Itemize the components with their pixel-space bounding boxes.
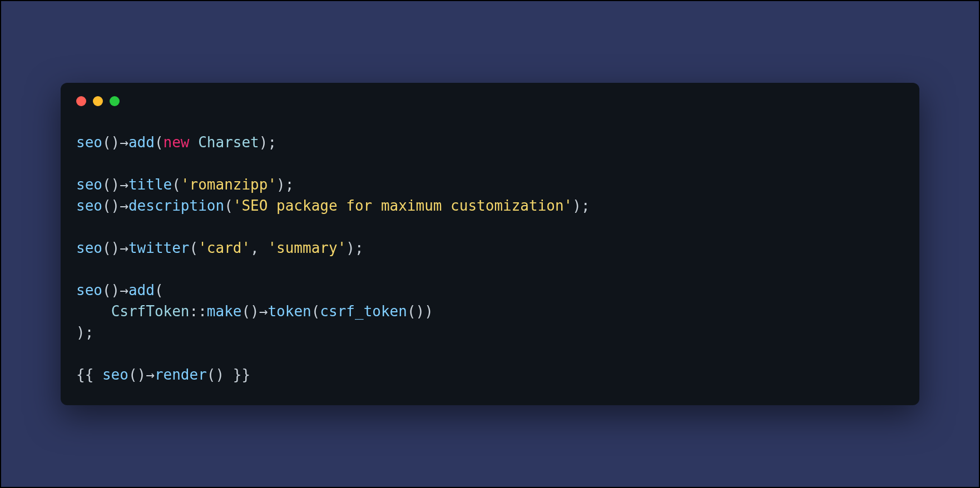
arrow-operator: ()→ xyxy=(128,366,155,383)
arrow-operator: ()→ xyxy=(102,240,128,256)
code-line: seo()→twitter('card', 'summary'); xyxy=(76,240,364,256)
keyword-new: new xyxy=(164,134,190,151)
comma: , xyxy=(250,240,268,256)
fn-make: make xyxy=(207,303,242,320)
paren-open: ( xyxy=(155,134,164,151)
class-charset: Charset xyxy=(198,134,259,151)
fn-add: add xyxy=(128,282,155,298)
blade-close: }} xyxy=(224,366,250,383)
string-literal: 'SEO package for maximum customization' xyxy=(233,197,572,214)
paren-open: ( xyxy=(172,176,181,193)
paren-open: ( xyxy=(224,197,233,214)
fn-csrf-token: csrf_token xyxy=(320,303,407,320)
code-block: seo()→add(new Charset); seo()→title('rom… xyxy=(76,132,904,385)
arrow-operator: ()→ xyxy=(102,176,128,193)
minimize-icon[interactable] xyxy=(93,96,103,106)
fn-seo: seo xyxy=(76,197,102,214)
fn-seo: seo xyxy=(76,134,102,151)
indent xyxy=(76,303,111,320)
fn-add: add xyxy=(128,134,155,151)
fn-seo: seo xyxy=(76,240,102,256)
code-line: {{ seo()→render() }} xyxy=(76,366,250,383)
code-line: ); xyxy=(76,324,93,341)
parens: () xyxy=(207,366,224,383)
fn-token: token xyxy=(268,303,311,320)
code-line: CsrfToken::make()→token(csrf_token()) xyxy=(76,303,433,320)
arrow-operator: ()→ xyxy=(241,303,268,320)
arrow-operator: ()→ xyxy=(102,282,128,298)
fn-seo: seo xyxy=(76,282,102,298)
fn-title: title xyxy=(128,176,172,193)
string-literal: 'card' xyxy=(198,240,250,256)
paren-open: ( xyxy=(190,240,199,256)
string-literal: 'summary' xyxy=(268,240,346,256)
code-line: seo()→add( xyxy=(76,282,164,298)
double-colon: :: xyxy=(190,303,207,320)
paren-close: ); xyxy=(76,324,93,341)
string-literal: 'romanzipp' xyxy=(181,176,276,193)
arrow-operator: ()→ xyxy=(102,197,128,214)
fn-render: render xyxy=(155,366,207,383)
paren-open: ( xyxy=(155,282,164,298)
arrow-operator: ()→ xyxy=(102,134,128,151)
blade-open: {{ xyxy=(76,366,102,383)
space xyxy=(190,134,199,151)
paren-close: ); xyxy=(572,197,590,214)
paren-close: ); xyxy=(346,240,363,256)
paren-close: ()) xyxy=(407,303,433,320)
code-line: seo()→description('SEO package for maxim… xyxy=(76,197,590,214)
close-icon[interactable] xyxy=(76,96,86,106)
paren-close: ); xyxy=(259,134,276,151)
paren-open: ( xyxy=(311,303,320,320)
paren-close: ); xyxy=(276,176,294,193)
maximize-icon[interactable] xyxy=(110,96,120,106)
fn-description: description xyxy=(128,197,224,214)
code-line: seo()→title('romanzipp'); xyxy=(76,176,294,193)
code-line: seo()→add(new Charset); xyxy=(76,134,276,151)
fn-seo: seo xyxy=(102,366,128,383)
window-titlebar xyxy=(76,96,904,106)
class-csrftoken: CsrfToken xyxy=(111,303,190,320)
fn-twitter: twitter xyxy=(128,240,190,256)
fn-seo: seo xyxy=(76,176,102,193)
code-window: seo()→add(new Charset); seo()→title('rom… xyxy=(61,83,919,405)
